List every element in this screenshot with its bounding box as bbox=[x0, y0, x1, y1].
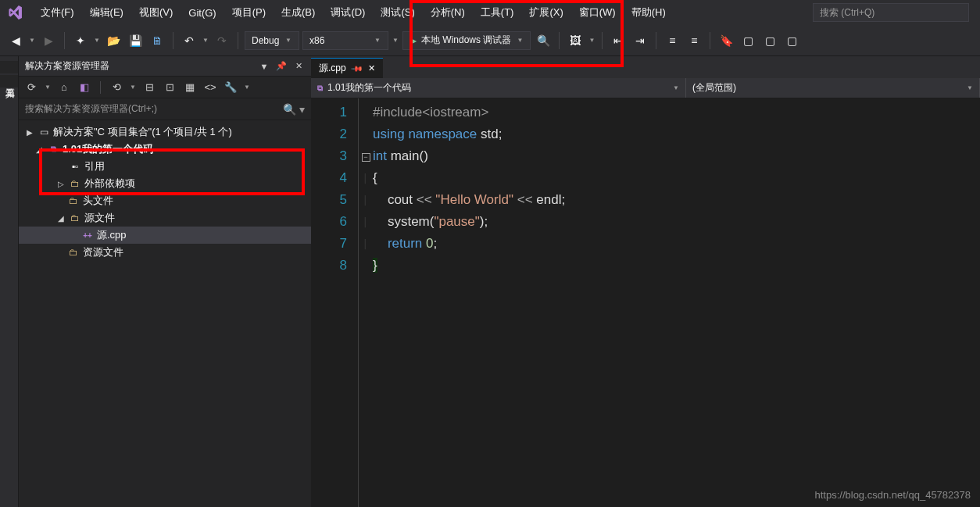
folder-icon: 🗀 bbox=[69, 178, 81, 189]
solution-toolbar: ⟳▼ ⌂ ◧ ⟲▼ ⊟ ⊡ ▦ <> 🔧▼ bbox=[19, 77, 311, 98]
start-debug-button[interactable]: ▶ 本地 Windows 调试器 ▼ bbox=[402, 31, 531, 50]
toolbox-tab[interactable]: 工具箱 bbox=[0, 75, 18, 87]
collapse-icon[interactable]: ⊟ bbox=[141, 80, 157, 95]
solution-search[interactable]: 搜索解决方案资源管理器(Ctrl+;) 🔍 ▾ bbox=[19, 98, 311, 120]
project-icon: ⧉ bbox=[317, 84, 323, 93]
tree-resources[interactable]: 🗀 资源文件 bbox=[19, 244, 311, 261]
close-icon[interactable]: ✕ bbox=[368, 63, 375, 73]
refresh-icon[interactable]: ⟲ bbox=[109, 80, 124, 95]
pin-icon[interactable]: 📌 bbox=[351, 62, 363, 74]
nav-scope-combo[interactable]: (全局范围) ▼ bbox=[686, 78, 980, 98]
watermark: https://blog.csdn.net/qq_45782378 bbox=[815, 489, 971, 501]
tree-source-file[interactable]: ++ 源.cpp bbox=[19, 227, 311, 244]
solution-tree: ▶ ▭ 解决方案"C 项目集合"(1 个项目/共 1 个) ◢ ⧉ 1.01我的… bbox=[19, 120, 311, 507]
server-explorer-tab[interactable]: 服务器资源管理器 bbox=[0, 61, 18, 73]
code-icon[interactable]: <> bbox=[202, 80, 218, 95]
nav-back-icon[interactable]: ◀ bbox=[6, 31, 25, 50]
image-icon[interactable]: 🖼 bbox=[566, 31, 585, 50]
search-icon: 🔍 ▾ bbox=[283, 103, 305, 116]
properties-icon[interactable]: ▦ bbox=[182, 80, 198, 95]
tree-headers[interactable]: 🗀 头文件 bbox=[19, 192, 311, 209]
solution-icon: ▭ bbox=[38, 127, 50, 137]
nav-forward-icon[interactable]: ▶ bbox=[39, 31, 58, 50]
undo-icon[interactable]: ↶ bbox=[180, 31, 199, 50]
toolbar: ◀▼ ▶ ✦▼ 📂 💾 🗎 ↶▼ ↷ Debug▼ x86▼ ▼ ▶ 本地 Wi… bbox=[0, 25, 980, 56]
references-icon: ▪▫ bbox=[69, 161, 81, 172]
expand-icon[interactable]: ◢ bbox=[34, 145, 44, 154]
config-combo[interactable]: Debug▼ bbox=[245, 31, 299, 50]
outdent-icon[interactable]: ≡ bbox=[663, 31, 681, 50]
show-all-icon[interactable]: ⊡ bbox=[162, 80, 177, 95]
pin-icon[interactable]: 📌 bbox=[275, 60, 288, 73]
project-icon: ⧉ bbox=[47, 145, 59, 154]
expand-icon[interactable]: ▷ bbox=[56, 180, 66, 188]
solution-explorer-title: 解决方案资源管理器 bbox=[25, 59, 109, 73]
editor-area: 源.cpp 📌 ✕ ⧉ 1.01我的第一个代码 ▼ (全局范围) ▼ 12345… bbox=[311, 56, 980, 507]
code-editor[interactable]: 12345678 #include<iostream> using namesp… bbox=[311, 98, 980, 507]
menu-project[interactable]: 项目(P) bbox=[224, 2, 274, 23]
search-input[interactable]: 搜索 (Ctrl+Q) bbox=[813, 3, 969, 22]
menu-window[interactable]: 窗口(W) bbox=[571, 2, 624, 23]
menu-analyze[interactable]: 分析(N) bbox=[423, 2, 473, 23]
save-icon[interactable]: 💾 bbox=[126, 31, 145, 50]
menu-extensions[interactable]: 扩展(X) bbox=[521, 2, 570, 23]
panel-dropdown-icon[interactable]: ▼ bbox=[258, 60, 270, 73]
nav-bar: ⧉ 1.01我的第一个代码 ▼ (全局范围) ▼ bbox=[311, 78, 980, 98]
folder-icon: 🗀 bbox=[69, 212, 81, 223]
tree-project[interactable]: ◢ ⧉ 1.01我的第一个代码 bbox=[19, 141, 311, 158]
fold-icon[interactable]: − bbox=[362, 153, 370, 162]
home-icon[interactable]: ⌂ bbox=[56, 80, 72, 95]
save-all-icon[interactable]: 🗎 bbox=[148, 31, 166, 50]
redo-icon[interactable]: ↷ bbox=[213, 31, 231, 50]
indent-icon[interactable]: ≡ bbox=[685, 31, 703, 50]
left-tab-strip: 服务器资源管理器 工具箱 bbox=[0, 56, 19, 507]
debugger-label: 本地 Windows 调试器 bbox=[421, 34, 511, 47]
wrench-icon[interactable]: 🔧 bbox=[223, 80, 238, 95]
menu-tools[interactable]: 工具(T) bbox=[473, 2, 522, 23]
cpp-file-icon: ++ bbox=[81, 231, 94, 240]
solution-explorer-header: 解决方案资源管理器 ▼ 📌 ✕ bbox=[19, 56, 311, 77]
platform-combo[interactable]: x86▼ bbox=[302, 31, 388, 50]
close-icon[interactable]: ✕ bbox=[292, 60, 305, 73]
new-project-icon[interactable]: ✦ bbox=[71, 31, 90, 50]
tree-external-deps[interactable]: ▷ 🗀 外部依赖项 bbox=[19, 175, 311, 192]
menu-debug[interactable]: 调试(D) bbox=[323, 2, 373, 23]
bookmark-icon[interactable]: 🔖 bbox=[717, 31, 735, 50]
play-icon: ▶ bbox=[410, 35, 417, 46]
menu-edit[interactable]: 编辑(E) bbox=[82, 2, 131, 23]
menu-git[interactable]: Git(G) bbox=[181, 4, 224, 22]
tree-solution-root[interactable]: ▶ ▭ 解决方案"C 项目集合"(1 个项目/共 1 个) bbox=[19, 123, 311, 141]
nav-project-combo[interactable]: ⧉ 1.01我的第一个代码 ▼ bbox=[311, 78, 686, 98]
step-out-icon[interactable]: ⇤ bbox=[609, 31, 628, 50]
format-icon[interactable]: ▢ bbox=[782, 31, 801, 50]
menu-build[interactable]: 生成(B) bbox=[274, 2, 323, 23]
menu-test[interactable]: 测试(S) bbox=[373, 2, 422, 23]
solution-explorer-panel: 解决方案资源管理器 ▼ 📌 ✕ ⟳▼ ⌂ ◧ ⟲▼ ⊟ ⊡ ▦ <> 🔧▼ 搜索… bbox=[19, 56, 311, 507]
menu-bar: 文件(F) 编辑(E) 视图(V) Git(G) 项目(P) 生成(B) 调试(… bbox=[0, 0, 980, 25]
folder-icon: 🗀 bbox=[67, 195, 80, 206]
expand-icon[interactable]: ▶ bbox=[25, 128, 34, 137]
open-folder-icon[interactable]: 📂 bbox=[104, 31, 123, 50]
switch-view-icon[interactable]: ◧ bbox=[77, 80, 92, 95]
tree-sources[interactable]: ◢ 🗀 源文件 bbox=[19, 209, 311, 227]
tree-references[interactable]: ▪▫ 引用 bbox=[19, 158, 311, 175]
folder-icon: 🗀 bbox=[67, 247, 80, 258]
editor-tab-bar: 源.cpp 📌 ✕ bbox=[311, 56, 980, 78]
tab-label: 源.cpp bbox=[319, 62, 346, 75]
debug-config-icon[interactable]: 🔍 bbox=[534, 31, 553, 50]
editor-tab[interactable]: 源.cpp 📌 ✕ bbox=[311, 58, 383, 78]
menu-view[interactable]: 视图(V) bbox=[131, 2, 181, 23]
code-body[interactable]: #include<iostream> using namespace std; … bbox=[358, 98, 980, 507]
sync-icon[interactable]: ⟳ bbox=[23, 80, 39, 95]
menu-file[interactable]: 文件(F) bbox=[33, 2, 82, 23]
uncomment-icon[interactable]: ▢ bbox=[760, 31, 779, 50]
expand-icon[interactable]: ◢ bbox=[56, 214, 66, 223]
vs-logo-icon bbox=[5, 2, 25, 23]
step-over-icon[interactable]: ⇥ bbox=[631, 31, 649, 50]
menu-help[interactable]: 帮助(H) bbox=[624, 2, 674, 23]
comment-icon[interactable]: ▢ bbox=[739, 31, 757, 50]
line-gutter: 12345678 bbox=[311, 98, 358, 507]
